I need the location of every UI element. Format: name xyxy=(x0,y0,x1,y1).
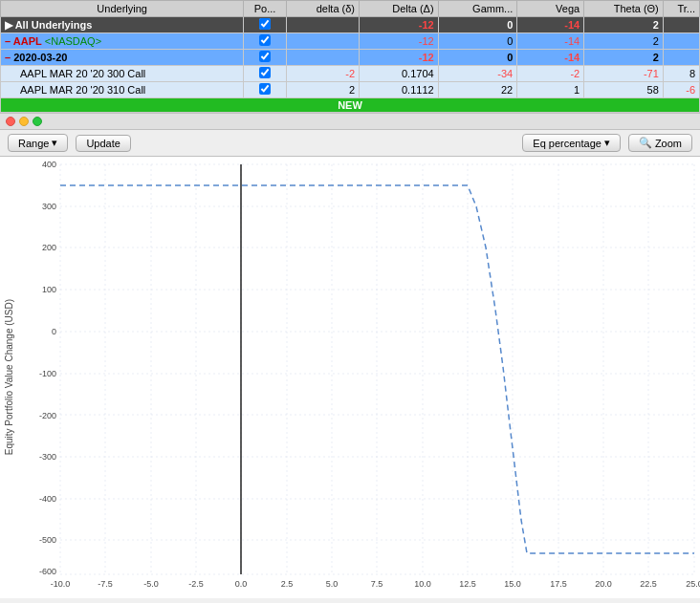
row-tr-aapl xyxy=(663,33,699,50)
row-pos-option2: 2 xyxy=(286,82,359,98)
row-vega-date: -14 xyxy=(517,50,584,66)
row-delta-small-option2: 0.1112 xyxy=(360,82,439,98)
checkbox-option1[interactable] xyxy=(259,67,271,78)
positions-table: Underlying Po... delta (δ) Delta (Δ) Gam… xyxy=(0,0,700,113)
svg-text:-5.0: -5.0 xyxy=(143,579,159,589)
svg-text:25.0: 25.0 xyxy=(686,579,700,589)
zoom-icon: 🔍 xyxy=(639,137,652,149)
row-delta-small-option1: 0.1704 xyxy=(360,66,439,82)
row-label-all-underlyings: ▶ All Underlyings xyxy=(1,17,244,33)
svg-text:2.5: 2.5 xyxy=(281,579,294,589)
svg-text:-500: -500 xyxy=(39,535,56,545)
update-button[interactable]: Update xyxy=(76,135,130,152)
svg-text:0.0: 0.0 xyxy=(235,579,248,589)
maximize-button[interactable] xyxy=(33,117,42,126)
table-row: AAPL MAR 20 '20 310 Call 2 0.1112 22 1 5… xyxy=(1,82,700,98)
row-label-aapl: – AAPL <NASDAQ> xyxy=(1,33,244,50)
row-delta-big-option1: -34 xyxy=(438,66,517,82)
svg-text:15.0: 15.0 xyxy=(504,579,521,589)
row-checkbox-aapl[interactable] xyxy=(244,33,286,50)
range-chevron-icon: ▾ xyxy=(52,137,57,149)
svg-text:400: 400 xyxy=(42,160,56,169)
row-delta-big-aapl: -12 xyxy=(360,33,439,50)
row-vega-all: -14 xyxy=(517,17,584,33)
row-gamma-option1: -2 xyxy=(517,66,584,82)
window-controls-bar xyxy=(0,113,700,130)
checkbox-date[interactable] xyxy=(259,51,271,62)
svg-text:-2.5: -2.5 xyxy=(188,579,204,589)
row-checkbox-option1[interactable] xyxy=(244,66,286,82)
svg-text:-400: -400 xyxy=(39,494,56,504)
row-checkbox-date[interactable] xyxy=(244,50,286,66)
row-theta-aapl: 2 xyxy=(584,33,664,50)
close-button[interactable] xyxy=(6,117,15,126)
row-label-option1: AAPL MAR 20 '20 300 Call xyxy=(1,66,244,82)
svg-rect-53 xyxy=(60,164,694,574)
range-button[interactable]: Range ▾ xyxy=(8,134,68,152)
row-gamma-aapl: 0 xyxy=(438,33,517,50)
row-theta-all: 2 xyxy=(584,17,664,33)
row-gamma-option2: 1 xyxy=(517,82,584,98)
svg-text:100: 100 xyxy=(42,285,56,294)
col-header-gamma: Gamm... xyxy=(438,1,517,17)
row-checkbox-all[interactable] xyxy=(244,17,286,33)
checkbox-option2[interactable] xyxy=(259,83,271,95)
row-delta-small-aapl xyxy=(286,33,359,50)
row-vega-option1: -71 xyxy=(584,66,664,82)
svg-text:-7.5: -7.5 xyxy=(98,579,113,589)
col-header-delta-small: delta (δ) xyxy=(286,1,359,17)
svg-text:0: 0 xyxy=(52,327,56,336)
row-delta-big-option2: 22 xyxy=(438,82,517,98)
chart-section: Equity Portfolio Value Change (USD) .gri… xyxy=(0,157,700,598)
minimize-button[interactable] xyxy=(19,117,29,126)
col-header-underlying: Underlying xyxy=(1,1,244,17)
row-label-date: – 2020-03-20 xyxy=(1,50,244,66)
svg-text:10.0: 10.0 xyxy=(414,579,431,589)
table-section: Underlying Po... delta (δ) Delta (Δ) Gam… xyxy=(0,0,700,113)
eq-percentage-button[interactable]: Eq percentage ▾ xyxy=(522,134,621,152)
eq-percentage-label: Eq percentage xyxy=(533,138,602,149)
col-header-pos: Po... xyxy=(244,1,286,17)
svg-text:-600: -600 xyxy=(39,567,56,576)
row-delta-big-date: -12 xyxy=(360,50,439,66)
row-theta-option2: -6 xyxy=(663,82,699,98)
col-header-delta-big: Delta (Δ) xyxy=(360,1,439,17)
svg-text:-100: -100 xyxy=(39,369,56,378)
svg-text:7.5: 7.5 xyxy=(371,579,383,589)
update-label: Update xyxy=(86,138,120,149)
row-tr-date xyxy=(663,50,699,66)
row-delta-big-all: -12 xyxy=(360,17,439,33)
svg-text:12.5: 12.5 xyxy=(459,579,476,589)
col-header-theta: Theta (Θ) xyxy=(584,1,664,17)
checkbox-all-underlyings[interactable] xyxy=(259,18,271,30)
zoom-button[interactable]: 🔍 Zoom xyxy=(628,134,692,152)
table-row-new[interactable]: NEW xyxy=(1,98,700,113)
svg-text:22.5: 22.5 xyxy=(640,579,657,589)
row-theta-date: 2 xyxy=(584,50,664,66)
row-vega-aapl: -14 xyxy=(517,33,584,50)
chart-toolbar: Range ▾ Update Eq percentage ▾ 🔍 Zoom xyxy=(0,130,700,157)
svg-text:20.0: 20.0 xyxy=(595,579,612,589)
row-label-option2: AAPL MAR 20 '20 310 Call xyxy=(1,82,244,98)
svg-text:300: 300 xyxy=(42,202,56,211)
row-vega-option2: 58 xyxy=(584,82,664,98)
table-row: ▶ All Underlyings -12 0 -14 2 xyxy=(1,17,700,33)
svg-text:200: 200 xyxy=(42,243,56,252)
svg-text:-200: -200 xyxy=(39,411,56,420)
chart-container: Equity Portfolio Value Change (USD) .gri… xyxy=(0,157,700,598)
svg-text:-300: -300 xyxy=(39,452,56,462)
row-checkbox-option2[interactable] xyxy=(244,82,286,98)
col-header-tr: Tr... xyxy=(663,1,699,17)
y-axis-label: Equity Portfolio Value Change (USD) xyxy=(4,299,14,455)
checkbox-aapl[interactable] xyxy=(259,34,271,46)
table-row: AAPL MAR 20 '20 300 Call -2 0.1704 -34 -… xyxy=(1,66,700,82)
row-pos-option1: -2 xyxy=(286,66,359,82)
table-row: – 2020-03-20 -12 0 -14 2 xyxy=(1,50,700,66)
svg-text:5.0: 5.0 xyxy=(326,579,339,589)
range-label: Range xyxy=(18,138,49,149)
row-gamma-all: 0 xyxy=(438,17,517,33)
row-delta-small-date xyxy=(286,50,359,66)
row-delta-small-all xyxy=(286,17,359,33)
new-row-label[interactable]: NEW xyxy=(1,98,700,113)
chart-svg: .grid-line { stroke: #d0d8e8; stroke-wid… xyxy=(17,157,700,598)
